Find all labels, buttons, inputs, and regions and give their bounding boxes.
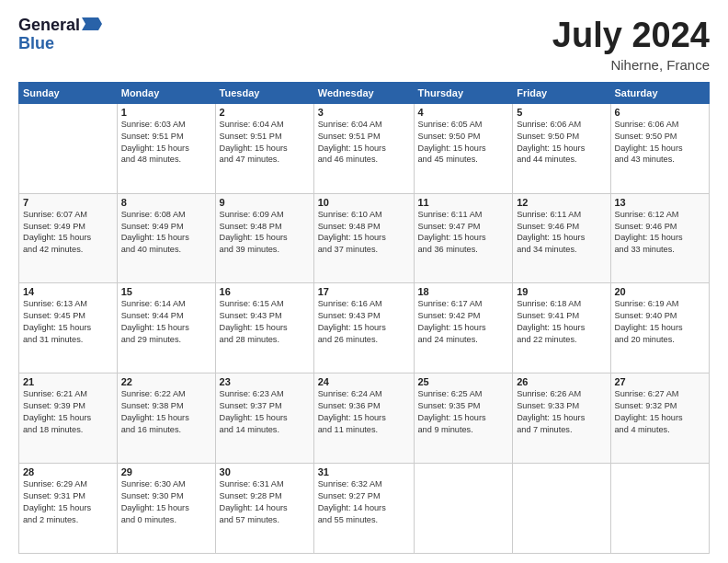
header-monday: Monday <box>117 82 215 103</box>
day-info: Sunrise: 6:32 AM Sunset: 9:27 PM Dayligh… <box>318 478 410 526</box>
logo-blue-text: Blue <box>18 34 54 52</box>
header-thursday: Thursday <box>414 82 513 103</box>
header-saturday: Saturday <box>610 82 710 103</box>
day-info: Sunrise: 6:17 AM Sunset: 9:42 PM Dayligh… <box>418 298 509 346</box>
table-row: 29Sunrise: 6:30 AM Sunset: 9:30 PM Dayli… <box>117 464 215 554</box>
table-row: 31Sunrise: 6:32 AM Sunset: 9:27 PM Dayli… <box>313 464 414 554</box>
day-number: 27 <box>615 376 706 387</box>
day-number: 22 <box>121 376 211 387</box>
day-info: Sunrise: 6:22 AM Sunset: 9:38 PM Dayligh… <box>121 388 211 436</box>
table-row: 18Sunrise: 6:17 AM Sunset: 9:42 PM Dayli… <box>414 283 513 373</box>
day-number: 15 <box>121 286 211 297</box>
day-info: Sunrise: 6:04 AM Sunset: 9:51 PM Dayligh… <box>220 119 310 167</box>
location: Niherne, France <box>552 57 710 73</box>
day-number: 10 <box>318 197 410 208</box>
day-number: 31 <box>318 466 410 477</box>
table-row: 16Sunrise: 6:15 AM Sunset: 9:43 PM Dayli… <box>215 283 313 373</box>
day-info: Sunrise: 6:18 AM Sunset: 9:41 PM Dayligh… <box>517 298 606 346</box>
day-number: 26 <box>517 376 606 387</box>
day-info: Sunrise: 6:31 AM Sunset: 9:28 PM Dayligh… <box>220 478 310 526</box>
day-number: 17 <box>318 286 410 297</box>
calendar-week-row: 7Sunrise: 6:07 AM Sunset: 9:49 PM Daylig… <box>19 193 710 283</box>
day-number: 30 <box>220 466 310 477</box>
logo-arrow-icon <box>82 17 102 30</box>
day-number: 2 <box>220 107 310 118</box>
day-number: 6 <box>615 107 706 118</box>
day-number: 23 <box>220 376 310 387</box>
table-row: 23Sunrise: 6:23 AM Sunset: 9:37 PM Dayli… <box>215 373 313 464</box>
day-number: 16 <box>220 286 310 297</box>
day-number: 19 <box>517 286 606 297</box>
day-number: 25 <box>418 376 509 387</box>
day-info: Sunrise: 6:08 AM Sunset: 9:49 PM Dayligh… <box>121 209 211 257</box>
table-row: 14Sunrise: 6:13 AM Sunset: 9:45 PM Dayli… <box>19 283 118 373</box>
day-info: Sunrise: 6:06 AM Sunset: 9:50 PM Dayligh… <box>615 119 706 167</box>
table-row: 22Sunrise: 6:22 AM Sunset: 9:38 PM Dayli… <box>117 373 215 464</box>
table-row: 11Sunrise: 6:11 AM Sunset: 9:47 PM Dayli… <box>414 193 513 283</box>
day-info: Sunrise: 6:09 AM Sunset: 9:48 PM Dayligh… <box>220 209 310 257</box>
table-row: 24Sunrise: 6:24 AM Sunset: 9:36 PM Dayli… <box>313 373 414 464</box>
header-tuesday: Tuesday <box>215 82 313 103</box>
header-wednesday: Wednesday <box>313 82 414 103</box>
table-row: 4Sunrise: 6:05 AM Sunset: 9:50 PM Daylig… <box>414 103 513 193</box>
table-row: 17Sunrise: 6:16 AM Sunset: 9:43 PM Dayli… <box>313 283 414 373</box>
day-info: Sunrise: 6:06 AM Sunset: 9:50 PM Dayligh… <box>517 119 606 167</box>
day-number: 1 <box>121 107 211 118</box>
table-row: 3Sunrise: 6:04 AM Sunset: 9:51 PM Daylig… <box>313 103 414 193</box>
day-number: 21 <box>23 376 113 387</box>
day-info: Sunrise: 6:21 AM Sunset: 9:39 PM Dayligh… <box>23 388 113 436</box>
day-info: Sunrise: 6:29 AM Sunset: 9:31 PM Dayligh… <box>23 478 113 526</box>
calendar-week-row: 21Sunrise: 6:21 AM Sunset: 9:39 PM Dayli… <box>19 373 710 464</box>
table-row: 12Sunrise: 6:11 AM Sunset: 9:46 PM Dayli… <box>513 193 610 283</box>
day-number: 8 <box>121 197 211 208</box>
table-row: 19Sunrise: 6:18 AM Sunset: 9:41 PM Dayli… <box>513 283 610 373</box>
day-info: Sunrise: 6:10 AM Sunset: 9:48 PM Dayligh… <box>318 209 410 257</box>
day-number: 11 <box>418 197 509 208</box>
table-row <box>513 464 610 554</box>
table-row: 15Sunrise: 6:14 AM Sunset: 9:44 PM Dayli… <box>117 283 215 373</box>
table-row: 10Sunrise: 6:10 AM Sunset: 9:48 PM Dayli… <box>313 193 414 283</box>
day-number: 7 <box>23 197 113 208</box>
day-number: 29 <box>121 466 211 477</box>
day-number: 14 <box>23 286 113 297</box>
day-number: 20 <box>615 286 706 297</box>
day-info: Sunrise: 6:07 AM Sunset: 9:49 PM Dayligh… <box>23 209 113 257</box>
table-row <box>19 103 118 193</box>
table-row: 13Sunrise: 6:12 AM Sunset: 9:46 PM Dayli… <box>610 193 710 283</box>
table-row: 26Sunrise: 6:26 AM Sunset: 9:33 PM Dayli… <box>513 373 610 464</box>
table-row: 30Sunrise: 6:31 AM Sunset: 9:28 PM Dayli… <box>215 464 313 554</box>
day-number: 5 <box>517 107 606 118</box>
table-row: 28Sunrise: 6:29 AM Sunset: 9:31 PM Dayli… <box>19 464 118 554</box>
table-row: 5Sunrise: 6:06 AM Sunset: 9:50 PM Daylig… <box>513 103 610 193</box>
calendar-week-row: 14Sunrise: 6:13 AM Sunset: 9:45 PM Dayli… <box>19 283 710 373</box>
table-row: 20Sunrise: 6:19 AM Sunset: 9:40 PM Dayli… <box>610 283 710 373</box>
day-info: Sunrise: 6:14 AM Sunset: 9:44 PM Dayligh… <box>121 298 211 346</box>
table-row: 27Sunrise: 6:27 AM Sunset: 9:32 PM Dayli… <box>610 373 710 464</box>
day-number: 13 <box>615 197 706 208</box>
day-number: 12 <box>517 197 606 208</box>
day-info: Sunrise: 6:04 AM Sunset: 9:51 PM Dayligh… <box>318 119 410 167</box>
day-number: 3 <box>318 107 410 118</box>
calendar-table: Sunday Monday Tuesday Wednesday Thursday… <box>18 82 710 554</box>
day-info: Sunrise: 6:25 AM Sunset: 9:35 PM Dayligh… <box>418 388 509 436</box>
day-number: 28 <box>23 466 113 477</box>
day-info: Sunrise: 6:03 AM Sunset: 9:51 PM Dayligh… <box>121 119 211 167</box>
calendar-week-row: 28Sunrise: 6:29 AM Sunset: 9:31 PM Dayli… <box>19 464 710 554</box>
day-info: Sunrise: 6:26 AM Sunset: 9:33 PM Dayligh… <box>517 388 606 436</box>
svg-marker-0 <box>82 17 102 30</box>
table-row <box>610 464 710 554</box>
calendar-week-row: 1Sunrise: 6:03 AM Sunset: 9:51 PM Daylig… <box>19 103 710 193</box>
header-sunday: Sunday <box>19 82 118 103</box>
day-number: 18 <box>418 286 509 297</box>
logo: General Blue <box>18 17 102 53</box>
table-row: 9Sunrise: 6:09 AM Sunset: 9:48 PM Daylig… <box>215 193 313 283</box>
table-row: 1Sunrise: 6:03 AM Sunset: 9:51 PM Daylig… <box>117 103 215 193</box>
logo-text: General <box>18 17 102 35</box>
title-block: July 2024 Niherne, France <box>552 17 710 73</box>
day-number: 24 <box>318 376 410 387</box>
day-info: Sunrise: 6:24 AM Sunset: 9:36 PM Dayligh… <box>318 388 410 436</box>
day-number: 4 <box>418 107 509 118</box>
calendar-header-row: Sunday Monday Tuesday Wednesday Thursday… <box>19 82 710 103</box>
table-row: 7Sunrise: 6:07 AM Sunset: 9:49 PM Daylig… <box>19 193 118 283</box>
day-info: Sunrise: 6:16 AM Sunset: 9:43 PM Dayligh… <box>318 298 410 346</box>
